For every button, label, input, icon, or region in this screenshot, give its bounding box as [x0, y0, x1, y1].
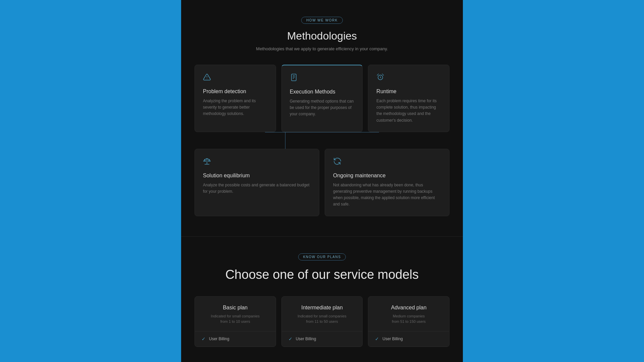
- svg-rect-2: [291, 74, 296, 81]
- plan-advanced-feature-billing: ✓ User Billing: [368, 331, 449, 347]
- bottom-cards-row: Solution equilibrium Analyze the possibl…: [195, 149, 449, 216]
- plans-grid: Basic plan Indicated for small companies…: [195, 296, 449, 347]
- check-icon: ✓: [202, 336, 206, 342]
- ongoing-maintenance-desc: Not abandoning what has already been don…: [333, 182, 441, 208]
- refresh-icon: [333, 157, 441, 167]
- problem-detection-title: Problem detection: [203, 88, 268, 95]
- know-our-plans-badge: KNOW OUR PLANS: [298, 253, 346, 260]
- scales-icon: [203, 157, 311, 167]
- plan-basic-name: Basic plan: [202, 305, 269, 311]
- warning-triangle-icon: [203, 73, 268, 83]
- feature-label: User Billing: [209, 337, 229, 341]
- methodologies-section: HOW WE WORK Methodologies Methodologies …: [181, 0, 463, 236]
- methodologies-title: Methodologies: [195, 30, 449, 42]
- plan-basic-header: Basic plan Indicated for small companies…: [195, 297, 276, 331]
- plan-intermediate-feature-billing: ✓ User Billing: [282, 331, 363, 347]
- alarm-clock-icon: [376, 73, 441, 83]
- how-we-work-badge: HOW WE WORK: [301, 17, 343, 24]
- check-icon: ✓: [375, 336, 379, 342]
- card-runtime: Runtime Each problem requires time for i…: [368, 65, 449, 132]
- plan-basic-desc: Indicated for small companies from 1 to …: [202, 313, 269, 324]
- connector-area: [195, 132, 449, 149]
- plan-intermediate-name: Intermediate plan: [288, 305, 356, 311]
- card-execution-methods: Execution Methods Generating method opti…: [281, 65, 363, 132]
- plan-advanced: Advanced plan Medium companies from 51 t…: [368, 296, 449, 347]
- service-models-section: KNOW OUR PLANS Choose one of our service…: [181, 236, 463, 360]
- plan-advanced-header: Advanced plan Medium companies from 51 t…: [368, 297, 449, 331]
- service-models-title: Choose one of our service models: [195, 266, 449, 283]
- problem-detection-desc: Analyzing the problem and its severity t…: [203, 98, 268, 117]
- execution-methods-desc: Generating method options that can be us…: [290, 98, 355, 118]
- card-ongoing-maintenance: Ongoing maintenance Not abandoning what …: [325, 149, 449, 216]
- plan-basic: Basic plan Indicated for small companies…: [195, 296, 276, 347]
- plan-intermediate: Intermediate plan Indicated for small co…: [281, 296, 363, 347]
- main-container: HOW WE WORK Methodologies Methodologies …: [181, 0, 463, 362]
- document-icon: [290, 73, 355, 83]
- card-solution-equilibrium: Solution equilibrium Analyze the possibl…: [195, 149, 319, 216]
- ongoing-maintenance-title: Ongoing maintenance: [333, 173, 441, 179]
- methodologies-subtitle: Methodologies that we apply to generate …: [195, 46, 449, 51]
- solution-equilibrium-title: Solution equilibrium: [203, 173, 311, 179]
- svg-line-8: [205, 159, 207, 160]
- top-cards-row: Problem detection Analyzing the problem …: [195, 65, 449, 132]
- section-badge-area: HOW WE WORK: [195, 17, 449, 24]
- plan-basic-feature-billing: ✓ User Billing: [195, 331, 276, 347]
- execution-methods-title: Execution Methods: [290, 89, 355, 95]
- check-icon: ✓: [288, 336, 292, 342]
- feature-label: User Billing: [296, 337, 316, 341]
- runtime-title: Runtime: [376, 88, 441, 95]
- feature-label: User Billing: [382, 337, 403, 341]
- card-problem-detection: Problem detection Analyzing the problem …: [195, 65, 276, 132]
- plan-intermediate-desc: Indicated for small companies from 11 to…: [288, 313, 356, 324]
- service-badge-area: KNOW OUR PLANS: [195, 253, 449, 260]
- svg-line-9: [207, 159, 209, 160]
- plan-intermediate-header: Intermediate plan Indicated for small co…: [282, 297, 363, 331]
- plan-advanced-name: Advanced plan: [375, 305, 442, 311]
- solution-equilibrium-desc: Analyze the possible costs and generate …: [203, 182, 311, 195]
- plan-advanced-desc: Medium companies from 51 to 150 users: [375, 313, 442, 324]
- runtime-desc: Each problem requires time for its compl…: [376, 98, 441, 124]
